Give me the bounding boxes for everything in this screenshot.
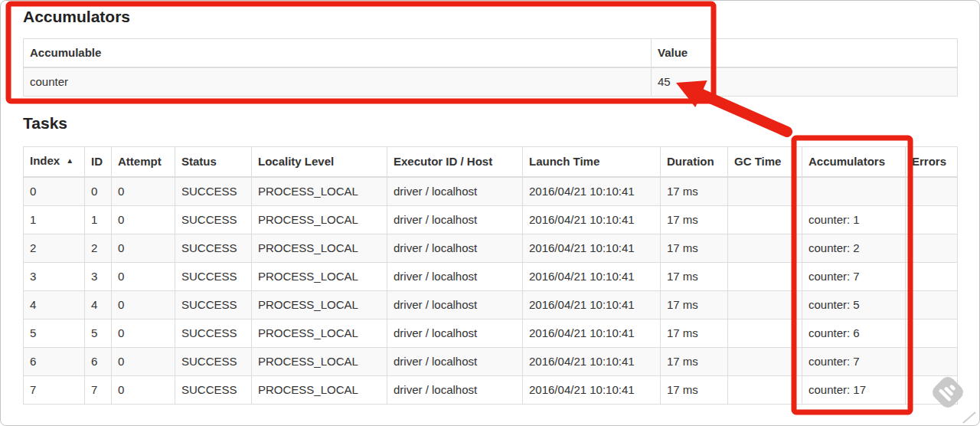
- sort-asc-icon: ▲: [66, 156, 74, 165]
- accumulators-header-row: Accumulable Value: [24, 39, 958, 68]
- table-row: 440SUCCESSPROCESS_LOCALdriver / localhos…: [24, 291, 958, 320]
- cell-executor: driver / localhost: [387, 320, 523, 348]
- cell-accumulators: [802, 177, 906, 206]
- cell-index: 2: [24, 234, 85, 263]
- tasks-section-heading: Tasks: [23, 114, 67, 133]
- table-row: 550SUCCESSPROCESS_LOCALdriver / localhos…: [24, 320, 958, 348]
- cell-errors: [906, 320, 958, 348]
- cell-launch: 2016/04/21 10:10:41: [523, 234, 661, 263]
- cell-executor: driver / localhost: [387, 206, 523, 234]
- cell-index: 5: [24, 320, 85, 348]
- cell-gc_time: [728, 376, 802, 405]
- cell-launch: 2016/04/21 10:10:41: [523, 206, 661, 234]
- cell-duration: 17 ms: [661, 320, 728, 348]
- cell-accumulable: counter: [24, 67, 652, 97]
- cell-index: 4: [24, 291, 85, 320]
- cell-errors: [906, 348, 958, 376]
- cell-launch: 2016/04/21 10:10:41: [523, 263, 661, 291]
- cell-gc_time: [728, 234, 802, 263]
- cell-duration: 17 ms: [661, 177, 728, 206]
- cell-locality: PROCESS_LOCAL: [252, 206, 387, 234]
- cell-launch: 2016/04/21 10:10:41: [523, 348, 661, 376]
- cell-status: SUCCESS: [175, 320, 252, 348]
- col-header-index[interactable]: Index▲: [24, 147, 85, 178]
- col-header-attempt[interactable]: Attempt: [112, 147, 175, 178]
- col-header-duration[interactable]: Duration: [661, 147, 728, 178]
- cell-locality: PROCESS_LOCAL: [252, 348, 387, 376]
- cell-attempt: 0: [112, 177, 175, 206]
- cell-launch: 2016/04/21 10:10:41: [523, 177, 661, 206]
- table-row: 660SUCCESSPROCESS_LOCALdriver / localhos…: [24, 348, 958, 376]
- cell-id: 3: [85, 263, 112, 291]
- table-row: 110SUCCESSPROCESS_LOCALdriver / localhos…: [24, 206, 958, 234]
- col-header-errors[interactable]: Errors: [906, 147, 958, 178]
- cell-status: SUCCESS: [175, 177, 252, 206]
- col-header-id[interactable]: ID: [85, 147, 112, 178]
- cell-locality: PROCESS_LOCAL: [252, 291, 387, 320]
- cell-attempt: 0: [112, 263, 175, 291]
- cell-gc_time: [728, 291, 802, 320]
- cell-locality: PROCESS_LOCAL: [252, 263, 387, 291]
- col-header-executor-id-host[interactable]: Executor ID / Host: [387, 147, 523, 178]
- col-header-launch-time[interactable]: Launch Time: [523, 147, 661, 178]
- cell-accumulators: counter: 1: [802, 206, 906, 234]
- cell-duration: 17 ms: [661, 263, 728, 291]
- cell-launch: 2016/04/21 10:10:41: [523, 376, 661, 405]
- col-header-value[interactable]: Value: [652, 39, 958, 68]
- cell-attempt: 0: [112, 376, 175, 405]
- col-header-accumulable[interactable]: Accumulable: [24, 39, 652, 68]
- cell-errors: [906, 291, 958, 320]
- cell-accumulators: counter: 2: [802, 234, 906, 263]
- cell-attempt: 0: [112, 320, 175, 348]
- table-row: 220SUCCESSPROCESS_LOCALdriver / localhos…: [24, 234, 958, 263]
- cell-gc_time: [728, 320, 802, 348]
- cell-duration: 17 ms: [661, 206, 728, 234]
- cell-executor: driver / localhost: [387, 234, 523, 263]
- cell-status: SUCCESS: [175, 376, 252, 405]
- cell-attempt: 0: [112, 348, 175, 376]
- col-header-status[interactable]: Status: [175, 147, 252, 178]
- cell-errors: [906, 206, 958, 234]
- cell-index: 3: [24, 263, 85, 291]
- cell-duration: 17 ms: [661, 234, 728, 263]
- tasks-table-body: 000SUCCESSPROCESS_LOCALdriver / localhos…: [24, 177, 958, 405]
- table-row: 770SUCCESSPROCESS_LOCALdriver / localhos…: [24, 376, 958, 405]
- cell-value: 45: [652, 67, 958, 97]
- cell-executor: driver / localhost: [387, 263, 523, 291]
- cell-errors: [906, 263, 958, 291]
- cell-errors: [906, 234, 958, 263]
- cell-executor: driver / localhost: [387, 348, 523, 376]
- cell-gc_time: [728, 263, 802, 291]
- cell-gc_time: [728, 348, 802, 376]
- cell-id: 4: [85, 291, 112, 320]
- cell-status: SUCCESS: [175, 234, 252, 263]
- cell-gc_time: [728, 177, 802, 206]
- cell-executor: driver / localhost: [387, 177, 523, 206]
- col-header-index-label: Index: [30, 154, 60, 167]
- cell-launch: 2016/04/21 10:10:41: [523, 291, 661, 320]
- cell-duration: 17 ms: [661, 348, 728, 376]
- cell-id: 0: [85, 177, 112, 206]
- table-row: counter 45: [24, 67, 958, 97]
- cell-attempt: 0: [112, 234, 175, 263]
- cell-status: SUCCESS: [175, 263, 252, 291]
- cell-accumulators: counter: 6: [802, 320, 906, 348]
- cell-index: 6: [24, 348, 85, 376]
- col-header-gc-time[interactable]: GC Time: [728, 147, 802, 178]
- col-header-locality-level[interactable]: Locality Level: [252, 147, 387, 178]
- cell-id: 7: [85, 376, 112, 405]
- cell-id: 5: [85, 320, 112, 348]
- cell-id: 2: [85, 234, 112, 263]
- tasks-header-row: Index▲ ID Attempt Status Locality Level …: [24, 147, 958, 178]
- cell-attempt: 0: [112, 206, 175, 234]
- cell-locality: PROCESS_LOCAL: [252, 320, 387, 348]
- cell-id: 1: [85, 206, 112, 234]
- cell-duration: 17 ms: [661, 376, 728, 405]
- cell-locality: PROCESS_LOCAL: [252, 177, 387, 206]
- tasks-table: Index▲ ID Attempt Status Locality Level …: [23, 146, 958, 405]
- col-header-accumulators[interactable]: Accumulators: [802, 147, 906, 178]
- cell-status: SUCCESS: [175, 206, 252, 234]
- table-row: 000SUCCESSPROCESS_LOCALdriver / localhos…: [24, 177, 958, 206]
- cell-status: SUCCESS: [175, 348, 252, 376]
- cell-gc_time: [728, 206, 802, 234]
